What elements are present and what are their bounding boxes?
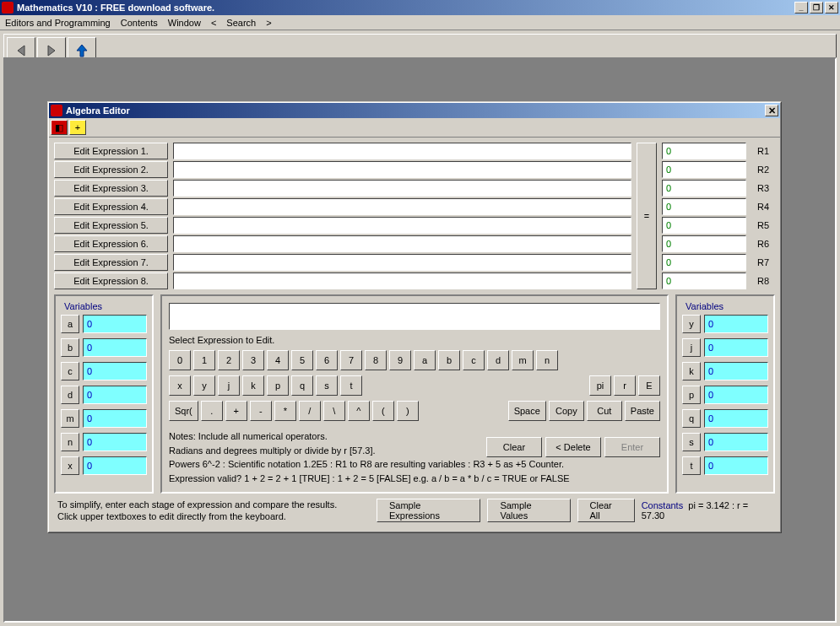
key-a[interactable]: a	[414, 350, 436, 370]
enter-button[interactable]: Enter	[604, 437, 660, 457]
sample-values-button[interactable]: Sample Values	[487, 499, 570, 522]
key-t[interactable]: t	[340, 375, 362, 396]
key-k[interactable]: k	[242, 375, 264, 396]
key-Space[interactable]: Space	[508, 401, 546, 421]
key-_[interactable]: ^	[348, 401, 370, 421]
key-c[interactable]: c	[463, 350, 485, 370]
minimize-button[interactable]: _	[794, 2, 808, 13]
variable-s-value[interactable]: 0	[704, 433, 768, 451]
variable-c-value[interactable]: 0	[83, 362, 147, 380]
menu-contents[interactable]: Contents	[121, 18, 158, 28]
key-y[interactable]: y	[193, 375, 215, 396]
variable-p-value[interactable]: 0	[704, 386, 768, 404]
result-1-field[interactable]: 0	[662, 143, 746, 159]
key-r[interactable]: r	[614, 375, 636, 396]
key-pi[interactable]: pi	[589, 375, 611, 396]
result-3-field[interactable]: 0	[662, 180, 746, 197]
key-_[interactable]: (	[372, 401, 394, 421]
equals-button[interactable]: =	[637, 143, 657, 289]
key-Sqr_[interactable]: Sqr(	[169, 401, 198, 421]
variable-q-button[interactable]: q	[682, 409, 701, 428]
sample-expressions-button[interactable]: Sample Expressions	[377, 499, 480, 522]
variable-n-value[interactable]: 0	[83, 433, 147, 451]
variable-k-value[interactable]: 0	[704, 362, 768, 380]
key-_[interactable]: *	[274, 401, 296, 421]
key-s[interactable]: s	[316, 375, 338, 396]
expression-5-input[interactable]	[173, 217, 631, 234]
menu-next[interactable]: >	[266, 18, 271, 28]
variable-t-value[interactable]: 0	[704, 456, 768, 475]
clear-all-button[interactable]: Clear All	[577, 499, 635, 522]
key-j[interactable]: j	[218, 375, 240, 396]
close-button[interactable]: ✕	[825, 2, 838, 13]
variable-t-button[interactable]: t	[682, 456, 701, 475]
key-3[interactable]: 3	[242, 350, 264, 370]
variable-d-button[interactable]: d	[61, 386, 79, 404]
result-2-field[interactable]: 0	[662, 161, 746, 178]
expression-1-input[interactable]	[173, 143, 631, 159]
variable-m-button[interactable]: m	[61, 409, 79, 428]
key-p[interactable]: p	[267, 375, 289, 396]
expression-4-input[interactable]	[173, 198, 631, 215]
maximize-button[interactable]: ❐	[810, 2, 823, 13]
variable-x-button[interactable]: x	[61, 456, 79, 475]
edit-expression-3-button[interactable]: Edit Expression 3.	[54, 180, 168, 197]
menu-search[interactable]: Search	[226, 18, 256, 28]
result-8-field[interactable]: 0	[662, 273, 746, 289]
result-4-field[interactable]: 0	[662, 198, 746, 215]
key-Copy[interactable]: Copy	[549, 401, 584, 421]
key-n[interactable]: n	[536, 350, 558, 370]
selected-expression-input[interactable]	[169, 303, 660, 330]
menu-editors[interactable]: Editors and Programming	[5, 18, 111, 28]
variable-y-value[interactable]: 0	[704, 315, 768, 333]
key-4[interactable]: 4	[267, 350, 289, 370]
result-7-field[interactable]: 0	[662, 254, 746, 271]
expression-3-input[interactable]	[173, 180, 631, 197]
variable-m-value[interactable]: 0	[83, 409, 147, 428]
menu-window[interactable]: Window	[168, 18, 201, 28]
menu-prev[interactable]: <	[211, 18, 216, 28]
variable-a-button[interactable]: a	[61, 315, 79, 333]
expression-6-input[interactable]	[173, 235, 631, 252]
expression-8-input[interactable]	[173, 273, 631, 289]
key-Paste[interactable]: Paste	[625, 401, 660, 421]
edit-expression-2-button[interactable]: Edit Expression 2.	[54, 161, 168, 178]
variable-j-value[interactable]: 0	[704, 338, 768, 357]
key-E[interactable]: E	[638, 375, 660, 396]
edit-expression-4-button[interactable]: Edit Expression 4.	[54, 198, 168, 215]
result-5-field[interactable]: 0	[662, 217, 746, 234]
variable-x-value[interactable]: 0	[83, 456, 147, 475]
key-_[interactable]: )	[397, 401, 419, 421]
key-_[interactable]: \	[323, 401, 345, 421]
key-2[interactable]: 2	[218, 350, 240, 370]
key-_[interactable]: /	[299, 401, 321, 421]
key-8[interactable]: 8	[365, 350, 387, 370]
variable-k-button[interactable]: k	[682, 362, 701, 380]
expression-7-input[interactable]	[173, 254, 631, 271]
key-x[interactable]: x	[169, 375, 191, 396]
edit-expression-6-button[interactable]: Edit Expression 6.	[54, 235, 168, 252]
variable-a-value[interactable]: 0	[83, 315, 147, 333]
edit-expression-7-button[interactable]: Edit Expression 7.	[54, 254, 168, 271]
key-b[interactable]: b	[438, 350, 460, 370]
variable-c-button[interactable]: c	[61, 362, 79, 380]
variable-s-button[interactable]: s	[682, 433, 701, 451]
variable-d-value[interactable]: 0	[83, 386, 147, 404]
variable-b-button[interactable]: b	[61, 338, 79, 357]
clear-button[interactable]: Clear	[486, 437, 542, 457]
variable-q-value[interactable]: 0	[704, 409, 768, 428]
expression-2-input[interactable]	[173, 161, 631, 178]
key-_[interactable]: .	[201, 401, 223, 421]
key-6[interactable]: 6	[316, 350, 338, 370]
key-m[interactable]: m	[512, 350, 534, 370]
variable-p-button[interactable]: p	[682, 386, 701, 404]
variable-b-value[interactable]: 0	[83, 338, 147, 357]
key-Cut[interactable]: Cut	[587, 401, 622, 421]
key-_[interactable]: +	[225, 401, 247, 421]
key-7[interactable]: 7	[340, 350, 362, 370]
key-_[interactable]: -	[250, 401, 272, 421]
result-6-field[interactable]: 0	[662, 235, 746, 252]
edit-expression-5-button[interactable]: Edit Expression 5.	[54, 217, 168, 234]
tool-button-2[interactable]: +	[69, 120, 86, 135]
variable-n-button[interactable]: n	[61, 433, 79, 451]
